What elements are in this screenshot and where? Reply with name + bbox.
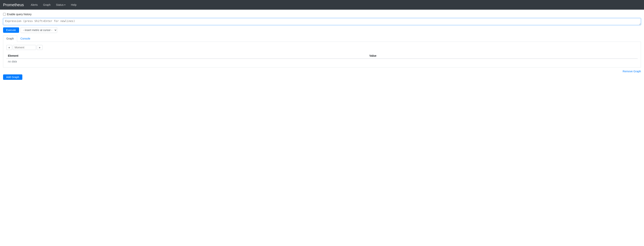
add-graph-button[interactable]: Add Graph [3, 74, 22, 80]
expression-input[interactable] [3, 18, 641, 25]
enable-history-checkbox[interactable] [3, 13, 6, 16]
enable-history-label: Enable query history [7, 13, 32, 16]
tabs-row: Graph Console [3, 35, 641, 42]
main-content: Enable query history Execute - insert me… [0, 10, 644, 83]
nav-link-help[interactable]: Help [68, 2, 79, 8]
table-row-no-data: no data [6, 59, 638, 64]
data-table: Element Value no data [6, 53, 638, 64]
col-element: Element [6, 53, 368, 59]
brand-logo[interactable]: Prometheus [3, 3, 24, 7]
table-header-row: Element Value [6, 53, 638, 59]
toolbar-row: Execute - insert metric at cursor - [3, 27, 641, 33]
next-time-button[interactable]: » [37, 45, 42, 50]
no-data-cell: no data [6, 59, 368, 64]
nav-item-help[interactable]: Help [68, 3, 79, 6]
prev-time-button[interactable]: « [6, 45, 12, 50]
metric-select[interactable]: - insert metric at cursor - [20, 27, 57, 33]
graph-panel: « » Element Value no data [3, 42, 641, 68]
tab-graph[interactable]: Graph [3, 35, 17, 42]
remove-graph-link[interactable]: Remove Graph [622, 70, 641, 73]
tab-console[interactable]: Console [17, 35, 34, 42]
nav-link-graph[interactable]: Graph [41, 2, 53, 8]
nav-link-alerts[interactable]: Alerts [28, 2, 40, 8]
moment-input[interactable] [13, 45, 36, 50]
nav-item-status[interactable]: Status [54, 2, 68, 8]
col-value: Value [368, 53, 638, 59]
query-history-row: Enable query history [3, 13, 641, 16]
remove-graph-row: Remove Graph [3, 69, 641, 74]
nav-link-status[interactable]: Status [54, 2, 68, 8]
console-controls: « » [6, 45, 638, 50]
navbar: Prometheus Alerts Graph Status Help [0, 0, 644, 10]
nav-item-graph[interactable]: Graph [41, 3, 53, 6]
execute-button[interactable]: Execute [3, 27, 19, 33]
nav-item-alerts[interactable]: Alerts [28, 3, 40, 6]
